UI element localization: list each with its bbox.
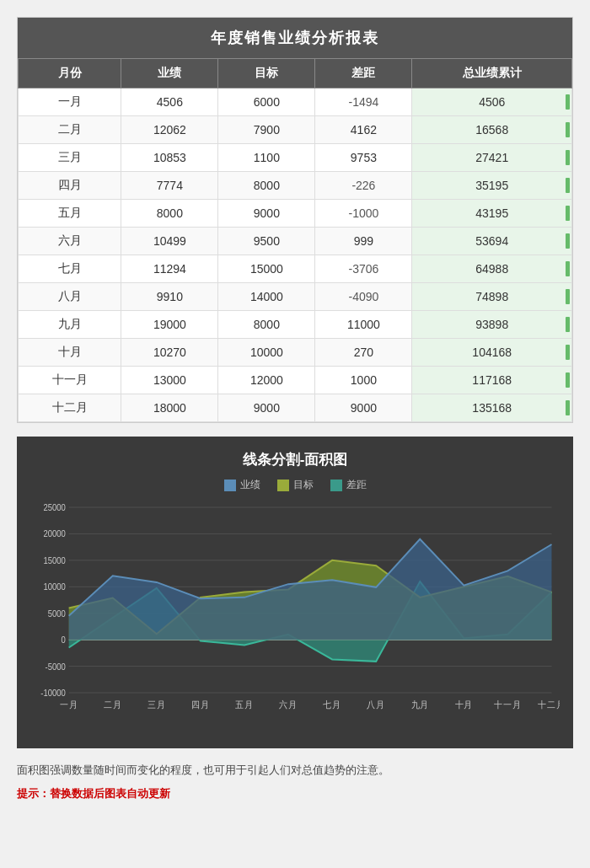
table-row: 十二月1800090009000135168 <box>19 394 572 422</box>
svg-text:5000: 5000 <box>48 608 67 618</box>
table-cell: 19000 <box>121 311 218 339</box>
table-cell: 十二月 <box>19 394 121 422</box>
table-row: 十月1027010000270104168 <box>19 339 572 367</box>
legend-label: 目标 <box>293 478 314 492</box>
svg-text:25000: 25000 <box>43 503 66 512</box>
table-cell: 16568 <box>412 116 572 144</box>
table-cell: 53694 <box>412 228 572 255</box>
table-cell: 12062 <box>121 116 218 144</box>
table-cell: 11000 <box>315 311 412 339</box>
table-row: 二月120627900416216568 <box>19 116 572 144</box>
svg-text:15000: 15000 <box>43 556 66 565</box>
table-row: 八月991014000-409074898 <box>19 283 572 311</box>
table-cell: -1000 <box>315 200 412 228</box>
table-cell: 9500 <box>218 228 315 255</box>
legend-label: 差距 <box>346 478 367 492</box>
table-cell: -4090 <box>315 283 412 311</box>
table-cell: 9000 <box>315 394 412 422</box>
legend-label: 业绩 <box>240 478 260 492</box>
table-cell: 十月 <box>19 339 121 367</box>
table-header-row: 月份业绩目标差距总业绩累计 <box>19 59 572 88</box>
table-cell: 74898 <box>412 283 572 311</box>
table-cell: 七月 <box>19 255 121 283</box>
svg-text:六月: 六月 <box>279 699 297 710</box>
table-cell: 1000 <box>315 367 412 394</box>
table-row: 九月1900080001100093898 <box>19 311 572 339</box>
table-cell: 二月 <box>19 116 121 144</box>
table-cell: 93898 <box>412 311 572 339</box>
table-cell: 8000 <box>121 200 218 228</box>
svg-text:二月: 二月 <box>104 699 121 710</box>
chart-legend: 业绩目标差距 <box>30 478 560 492</box>
sales-table-section: 年度销售业绩分析报表 月份业绩目标差距总业绩累计 一月45066000-1494… <box>17 17 573 423</box>
svg-text:-10000: -10000 <box>40 689 66 698</box>
legend-item: 业绩 <box>224 478 260 492</box>
svg-text:一月: 一月 <box>60 699 78 710</box>
table-cell: 64988 <box>412 255 572 283</box>
svg-text:10000: 10000 <box>43 582 66 592</box>
table-title: 年度销售业绩分析报表 <box>18 18 572 58</box>
table-cell: 6000 <box>218 88 315 116</box>
table-body: 一月45066000-14944506二月120627900416216568三… <box>19 88 572 422</box>
table-cell: 9910 <box>121 283 218 311</box>
table-cell: 13000 <box>121 367 218 394</box>
chart-title: 线条分割-面积图 <box>30 450 560 469</box>
svg-text:十一月: 十一月 <box>494 699 521 710</box>
table-cell: 4506 <box>412 88 572 116</box>
table-cell: 9753 <box>315 144 412 172</box>
table-cell: 35195 <box>412 172 572 200</box>
table-cell: 十一月 <box>19 367 121 394</box>
table-header-cell: 总业绩累计 <box>412 59 572 88</box>
table-cell: 18000 <box>121 394 218 422</box>
table-cell: 999 <box>315 228 412 255</box>
svg-text:0: 0 <box>62 635 67 645</box>
table-row: 七月1129415000-370664988 <box>19 255 572 283</box>
legend-color <box>277 480 289 491</box>
legend-item: 目标 <box>277 478 314 492</box>
table-row: 五月80009000-100043195 <box>19 200 572 228</box>
table-cell: 三月 <box>19 144 121 172</box>
table-cell: 1100 <box>218 144 315 172</box>
table-cell: -3706 <box>315 255 412 283</box>
chart-section: 线条分割-面积图 业绩目标差距 -10000-50000500010000150… <box>17 437 573 748</box>
svg-text:十二月: 十二月 <box>538 699 560 710</box>
footer-description: 面积图强调数量随时间而变化的程度，也可用于引起人们对总值趋势的注意。 <box>17 762 573 780</box>
table-cell: 10000 <box>218 339 315 367</box>
table-cell: 四月 <box>19 172 121 200</box>
table-cell: 一月 <box>19 88 121 116</box>
table-row: 三月108531100975327421 <box>19 144 572 172</box>
table-cell: 7774 <box>121 172 218 200</box>
svg-text:七月: 七月 <box>323 699 341 710</box>
table-header-cell: 业绩 <box>121 59 218 88</box>
table-cell: 10853 <box>121 144 218 172</box>
table-cell: 15000 <box>218 255 315 283</box>
table-row: 十一月13000120001000117168 <box>19 367 572 394</box>
area-chart: -10000-50000500010000150002000025000一月二月… <box>30 499 560 735</box>
table-cell: 12000 <box>218 367 315 394</box>
table-cell: 4162 <box>315 116 412 144</box>
table-cell: 43195 <box>412 200 572 228</box>
table-header-cell: 目标 <box>218 59 315 88</box>
table-cell: 11294 <box>121 255 218 283</box>
table-cell: 27421 <box>412 144 572 172</box>
table-cell: 9000 <box>218 200 315 228</box>
svg-text:三月: 三月 <box>148 699 165 710</box>
table-cell: 8000 <box>218 311 315 339</box>
svg-text:八月: 八月 <box>367 699 384 710</box>
footer-tip: 提示：替换数据后图表自动更新 <box>17 786 573 801</box>
table-cell: 五月 <box>19 200 121 228</box>
legend-item: 差距 <box>330 478 367 492</box>
table-cell: 9000 <box>218 394 315 422</box>
legend-color <box>224 480 236 491</box>
svg-text:20000: 20000 <box>43 529 66 538</box>
table-header-cell: 差距 <box>315 59 412 88</box>
table-cell: 八月 <box>19 283 121 311</box>
table-row: 四月77748000-22635195 <box>19 172 572 200</box>
svg-text:四月: 四月 <box>191 699 209 710</box>
svg-text:五月: 五月 <box>235 699 253 710</box>
table-cell: 10499 <box>121 228 218 255</box>
table-cell: 117168 <box>412 367 572 394</box>
sales-table: 月份业绩目标差距总业绩累计 一月45066000-14944506二月12062… <box>18 58 572 422</box>
table-cell: 135168 <box>412 394 572 422</box>
table-cell: -1494 <box>315 88 412 116</box>
